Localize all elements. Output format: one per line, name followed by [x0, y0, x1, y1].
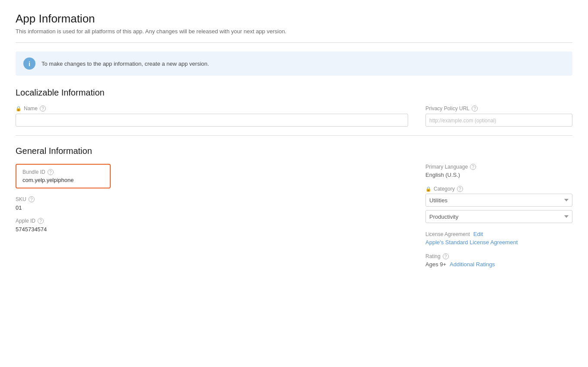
bundle-id-help-icon[interactable]: ?: [48, 169, 54, 175]
apple-id-value: 5745734574: [16, 226, 408, 233]
name-help-icon[interactable]: ?: [40, 105, 46, 112]
rating-value: Ages 9+: [425, 261, 446, 268]
rating-row: Ages 9+ Additional Ratings: [425, 261, 572, 268]
info-icon: i: [23, 57, 35, 70]
rating-field-group: Rating ? Ages 9+ Additional Ratings: [425, 253, 572, 268]
privacy-help-icon[interactable]: ?: [472, 105, 478, 112]
primary-language-value: English (U.S.): [425, 172, 572, 178]
page-container: App Information This information is used…: [0, 0, 588, 367]
section-divider: [16, 135, 572, 136]
apple-id-label: Apple ID ?: [16, 218, 408, 224]
category-help-icon[interactable]: ?: [457, 186, 463, 192]
localizable-section-title: Localizable Information: [16, 88, 572, 98]
license-label-row: License Agreement Edit: [425, 231, 572, 237]
name-input[interactable]: [16, 114, 408, 127]
sku-field-group: SKU ? 01: [16, 196, 408, 211]
general-section: Bundle ID ? com.yelp.yelpiphone SKU ? 01…: [16, 164, 572, 275]
license-agreement-link[interactable]: Apple's Standard License Agreement: [425, 239, 518, 246]
primary-language-field-group: Primary Language ? English (U.S.): [425, 164, 572, 178]
general-left-col: Bundle ID ? com.yelp.yelpiphone SKU ? 01…: [16, 164, 408, 275]
primary-language-label: Primary Language ?: [425, 164, 572, 170]
sku-label: SKU ?: [16, 196, 408, 202]
primary-language-help-icon[interactable]: ?: [470, 164, 476, 170]
rating-label: Rating ?: [425, 253, 572, 259]
name-label: 🔒 Name ?: [16, 105, 408, 112]
subcategory-select[interactable]: Productivity: [425, 210, 572, 223]
apple-id-help-icon[interactable]: ?: [38, 218, 44, 224]
bundle-id-label: Bundle ID ?: [22, 169, 104, 175]
info-banner: i To make changes to the app information…: [16, 51, 572, 76]
license-label: License Agreement: [425, 231, 470, 237]
name-field-group: 🔒 Name ?: [16, 105, 408, 127]
privacy-policy-input[interactable]: [425, 114, 572, 127]
license-edit-link[interactable]: Edit: [473, 231, 483, 237]
category-lock-icon: 🔒: [425, 186, 431, 192]
sku-help-icon[interactable]: ?: [29, 196, 35, 202]
privacy-policy-field-group: Privacy Policy URL ?: [425, 105, 572, 127]
bundle-id-box: Bundle ID ? com.yelp.yelpiphone: [16, 164, 111, 188]
license-field-group: License Agreement Edit Apple's Standard …: [425, 231, 572, 246]
general-section-title: General Information: [16, 146, 572, 156]
info-banner-text: To make changes to the app information, …: [42, 61, 209, 67]
name-lock-icon: 🔒: [16, 106, 22, 112]
additional-ratings-link[interactable]: Additional Ratings: [450, 261, 495, 268]
bundle-id-value: com.yelp.yelpiphone: [22, 177, 104, 183]
category-field-group: 🔒 Category ? Utilities Productivity: [425, 186, 572, 223]
localizable-form-row: 🔒 Name ? Privacy Policy URL ?: [16, 105, 572, 127]
page-subtitle: This information is used for all platfor…: [16, 28, 572, 35]
sku-value: 01: [16, 204, 408, 211]
header-divider: [16, 42, 572, 43]
privacy-policy-label: Privacy Policy URL ?: [425, 105, 572, 112]
general-right-col: Primary Language ? English (U.S.) 🔒 Cate…: [425, 164, 572, 275]
category-select[interactable]: Utilities: [425, 194, 572, 207]
rating-help-icon[interactable]: ?: [443, 253, 449, 259]
category-label: 🔒 Category ?: [425, 186, 572, 192]
apple-id-field-group: Apple ID ? 5745734574: [16, 218, 408, 233]
page-title: App Information: [16, 12, 572, 26]
